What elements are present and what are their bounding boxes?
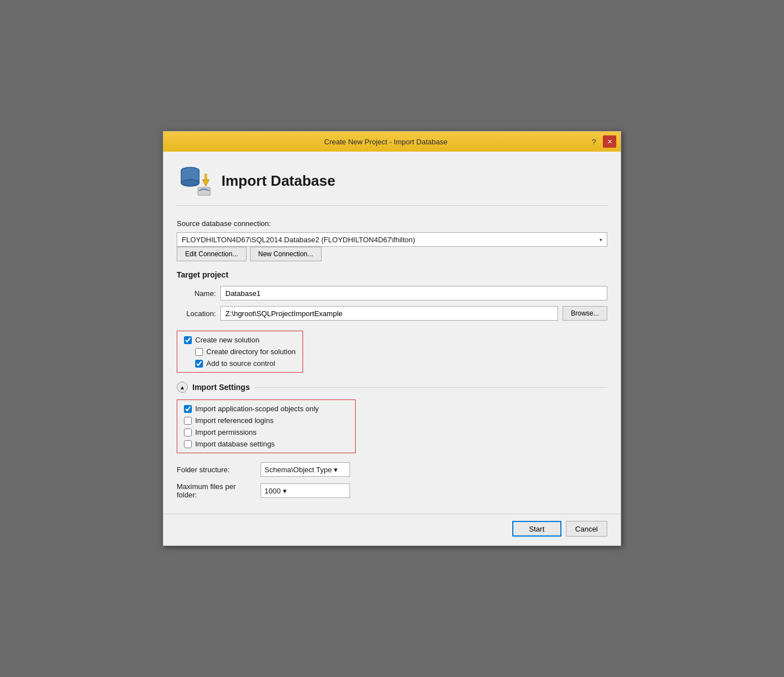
connection-dropdown[interactable]: FLOYDHILTON4D67\SQL2014.Database2 (FLOYD… — [177, 232, 607, 247]
name-label: Name: — [177, 289, 216, 298]
title-bar-controls: ? ✕ — [587, 135, 616, 148]
connection-buttons: Edit Connection... New Connection... — [177, 247, 607, 261]
solution-options-group: Create new solution Create directory for… — [177, 331, 303, 373]
create-directory-label: Create directory for solution — [206, 347, 296, 356]
import-logins-label: Import referenced logins — [195, 416, 273, 425]
start-button[interactable]: Start — [512, 521, 561, 537]
window-title: Create New Project - Import Database — [185, 138, 587, 146]
add-source-control-checkbox[interactable] — [195, 360, 203, 368]
cancel-button[interactable]: Cancel — [566, 521, 607, 537]
folder-structure-label: Folder structure: — [177, 466, 255, 474]
import-logins-checkbox[interactable] — [184, 417, 192, 425]
create-new-solution-checkbox[interactable] — [184, 336, 192, 344]
page-title: Import Database — [221, 172, 336, 190]
new-connection-button[interactable]: New Connection... — [250, 247, 322, 261]
location-input[interactable] — [220, 306, 558, 321]
import-settings-header: ▲ Import Settings — [177, 382, 607, 393]
folder-structure-dropdown[interactable]: Schema\Object Type ▾ — [261, 462, 350, 477]
folder-structure-row: Folder structure: Schema\Object Type ▾ — [177, 462, 607, 477]
max-files-row: Maximum files per folder: 1000 ▾ — [177, 482, 607, 499]
source-section: Source database connection: FLOYDHILTON4… — [177, 219, 607, 261]
max-files-label: Maximum files per folder: — [177, 482, 255, 499]
connection-value: FLOYDHILTON4D67\SQL2014.Database2 (FLOYD… — [182, 236, 415, 244]
import-db-settings-checkbox[interactable] — [184, 440, 192, 448]
import-db-settings-label: Import database settings — [195, 440, 275, 448]
title-bar: Create New Project - Import Database ? ✕ — [163, 131, 621, 152]
import-logins-item[interactable]: Import referenced logins — [184, 416, 348, 425]
import-app-scoped-label: Import application-scoped objects only — [195, 405, 319, 413]
header-section: Import Database — [177, 163, 607, 206]
dialog-footer: Start Cancel — [163, 514, 621, 546]
folder-structure-value: Schema\Object Type — [265, 466, 332, 474]
import-db-settings-item[interactable]: Import database settings — [184, 440, 348, 448]
svg-point-2 — [181, 180, 199, 186]
folder-dropdown-arrow-icon: ▾ — [334, 466, 338, 474]
import-settings-section: ▲ Import Settings Import application-sco… — [177, 382, 607, 499]
edit-connection-button[interactable]: Edit Connection... — [177, 247, 247, 261]
collapse-icon: ▲ — [180, 384, 185, 391]
create-directory-item[interactable]: Create directory for solution — [195, 347, 296, 356]
import-options-group: Import application-scoped objects only I… — [177, 399, 356, 453]
close-button[interactable]: ✕ — [603, 135, 616, 148]
collapse-button[interactable]: ▲ — [177, 382, 188, 393]
import-settings-title: Import Settings — [192, 383, 250, 392]
create-new-solution-label: Create new solution — [195, 336, 259, 344]
target-label: Target project — [177, 270, 607, 279]
create-directory-checkbox[interactable] — [195, 348, 203, 356]
section-divider — [254, 387, 607, 388]
dropdown-arrow-icon: ▾ — [599, 237, 602, 243]
target-section: Target project Name: Location: Browse...… — [177, 270, 607, 382]
location-label: Location: — [177, 309, 216, 318]
import-permissions-checkbox[interactable] — [184, 429, 192, 436]
dialog-content: Import Database Source database connecti… — [163, 152, 621, 514]
import-app-scoped-checkbox[interactable] — [184, 405, 192, 413]
browse-button[interactable]: Browse... — [563, 306, 607, 321]
location-row: Location: Browse... — [177, 306, 607, 321]
name-row: Name: — [177, 286, 607, 300]
max-files-dropdown[interactable]: 1000 ▾ — [261, 483, 350, 498]
max-files-value: 1000 — [265, 487, 281, 495]
svg-rect-6 — [205, 174, 207, 181]
import-app-scoped-item[interactable]: Import application-scoped objects only — [184, 405, 348, 413]
main-window: Create New Project - Import Database ? ✕ — [163, 131, 621, 546]
create-new-solution-item[interactable]: Create new solution — [184, 336, 296, 344]
add-source-control-item[interactable]: Add to source control — [195, 359, 296, 368]
add-source-control-label: Add to source control — [206, 359, 275, 368]
import-permissions-label: Import permissions — [195, 428, 257, 436]
max-files-arrow-icon: ▾ — [283, 487, 287, 495]
source-label: Source database connection: — [177, 219, 607, 228]
name-input[interactable] — [220, 286, 607, 300]
help-button[interactable]: ? — [587, 135, 601, 148]
import-permissions-item[interactable]: Import permissions — [184, 428, 348, 436]
database-icon — [177, 163, 212, 199]
